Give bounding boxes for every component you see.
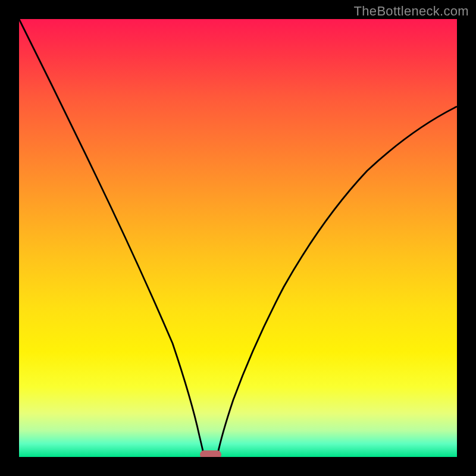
curve-right-branch [217,107,457,456]
chart-frame: TheBottleneck.com [0,0,476,476]
bottleneck-curve [19,19,457,457]
watermark-text: TheBottleneck.com [354,4,469,19]
bottleneck-marker [200,450,221,457]
plot-area [19,19,457,457]
curve-left-branch [19,19,204,456]
